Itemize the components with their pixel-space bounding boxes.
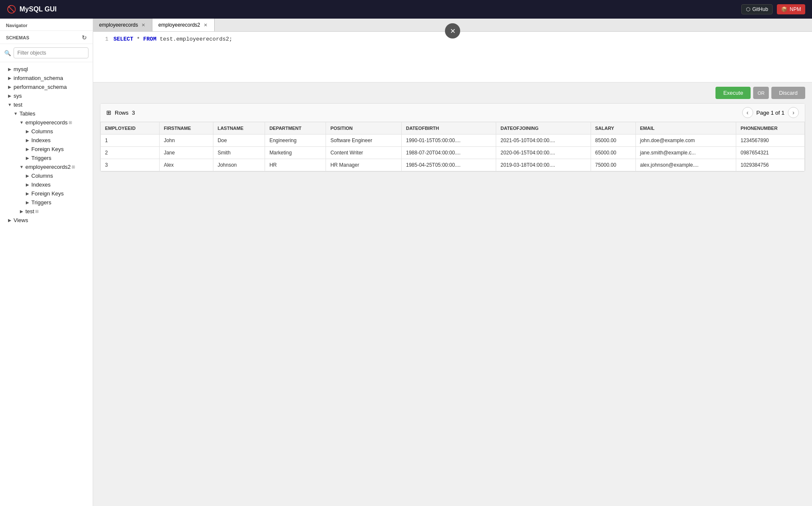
emp2-triggers[interactable]: ▶ Triggers — [0, 198, 93, 207]
npm-icon: 📦 — [781, 6, 787, 12]
schema-item-sys[interactable]: ▶ sys — [0, 91, 93, 100]
sql-content[interactable]: SELECT * FROM test.employeerecords2; — [113, 36, 232, 42]
schema-label-mysql: mysql — [14, 66, 28, 72]
cell-r1-c5: 1988-07-20T04:00:00.... — [401, 147, 496, 159]
emp2-columns[interactable]: ▶ Columns — [0, 171, 93, 180]
arrow-emp1-idx: ▶ — [24, 138, 31, 143]
arrow-tables: ▼ — [12, 111, 19, 116]
col-dateofjoining: DATEOFJOINING — [496, 122, 591, 135]
navigator-label: Navigator — [6, 23, 28, 28]
label-emp2-foreignkeys: Foreign Keys — [31, 190, 64, 197]
sql-keyword-from: FROM — [143, 36, 156, 42]
emp1-foreignkeys[interactable]: ▶ Foreign Keys — [0, 145, 93, 154]
views-group[interactable]: ▶ Views — [0, 216, 93, 225]
execute-button[interactable]: Execute — [715, 87, 751, 99]
page-label: Page 1 of 1 — [757, 110, 785, 116]
emp1-triggers[interactable]: ▶ Triggers — [0, 154, 93, 162]
pagination: ‹ Page 1 of 1 › — [742, 107, 799, 118]
col-position: POSITION — [326, 122, 402, 135]
arrow-views: ▶ — [6, 218, 14, 223]
cell-r0-c4: Software Engineer — [326, 135, 402, 147]
rows-count: 3 — [132, 110, 135, 116]
cell-r0-c0: 1 — [101, 135, 160, 147]
app-icon: 🚫 — [7, 5, 16, 14]
cell-r2-c6: 2019-03-18T04:00:00.... — [496, 159, 591, 171]
table-label-emp2: employeerecords2 — [25, 164, 71, 170]
label-emp2-indexes: Indexes — [31, 182, 51, 188]
next-page-button[interactable]: › — [788, 107, 799, 118]
cell-r0-c3: Engineering — [265, 135, 326, 147]
results-area: ⊞ Rows 3 ‹ Page 1 of 1 › EMPLOYEEID F — [93, 103, 812, 506]
sql-table-name: test.employeerecords2; — [160, 36, 232, 42]
arrow-mysql: ▶ — [6, 67, 14, 72]
tab-label-emp2: employeerecords2 — [158, 22, 200, 28]
close-editor-button[interactable]: ✕ — [445, 23, 460, 38]
emp2-foreignkeys[interactable]: ▶ Foreign Keys — [0, 189, 93, 198]
discard-button[interactable]: Discard — [771, 87, 805, 99]
table-icon-emp2: ⊞ — [72, 165, 75, 169]
prev-page-button[interactable]: ‹ — [742, 107, 753, 118]
emp2-indexes[interactable]: ▶ Indexes — [0, 180, 93, 189]
col-salary: SALARY — [591, 122, 635, 135]
schema-label-sys: sys — [14, 93, 22, 99]
label-emp1-foreignkeys: Foreign Keys — [31, 146, 64, 152]
table-row: 2JaneSmithMarketingContent Writer1988-07… — [101, 147, 805, 159]
github-badge[interactable]: ⬡ GitHub — [741, 4, 773, 14]
arrow-test-leaf: ▶ — [18, 209, 25, 214]
emp1-indexes[interactable]: ▶ Indexes — [0, 136, 93, 145]
arrow-emp2-tr: ▶ — [24, 200, 31, 205]
search-input[interactable] — [14, 47, 88, 58]
label-test-leaf: test — [25, 208, 34, 214]
refresh-icon[interactable]: ↻ — [82, 34, 87, 41]
test-leaf[interactable]: ▶ test ⊞ — [0, 207, 93, 216]
search-icon: 🔍 — [4, 50, 11, 56]
table-row: 3AlexJohnsonHRHR Manager1985-04-25T05:00… — [101, 159, 805, 171]
schemas-header: SCHEMAS ↻ — [0, 31, 93, 44]
cell-r0-c9: 1234567890 — [736, 135, 805, 147]
cell-r1-c1: Jane — [159, 147, 213, 159]
arrow-emp2-fk: ▶ — [24, 191, 31, 196]
schema-item-information[interactable]: ▶ information_schema — [0, 74, 93, 82]
cell-r1-c4: Content Writer — [326, 147, 402, 159]
schema-item-test[interactable]: ▼ test — [0, 100, 93, 109]
col-email: EMAIL — [635, 122, 736, 135]
cell-r1-c3: Marketing — [265, 147, 326, 159]
tab-close-emp1[interactable]: ✕ — [141, 22, 146, 28]
schema-item-performance[interactable]: ▶ performance_schema — [0, 82, 93, 91]
npm-badge[interactable]: 📦 NPM — [777, 4, 805, 14]
test-leaf-icon: ⊞ — [35, 209, 39, 214]
cell-r2-c5: 1985-04-25T05:00:00.... — [401, 159, 496, 171]
github-icon: ⬡ — [746, 6, 750, 12]
action-bar: Execute OR Discard — [93, 82, 812, 103]
cell-r2-c3: HR — [265, 159, 326, 171]
sql-star: * — [137, 36, 144, 42]
cell-r2-c1: Alex — [159, 159, 213, 171]
schema-item-mysql[interactable]: ▶ mysql — [0, 65, 93, 74]
main-layout: Navigator SCHEMAS ↻ 🔍 ▶ mysql ▶ informat… — [0, 19, 812, 506]
schema-label-performance: performance_schema — [14, 84, 67, 90]
table-employeerecords[interactable]: ▼ employeerecords ⊞ — [0, 118, 93, 127]
tables-group[interactable]: ▼ Tables — [0, 109, 93, 118]
sql-keyword-select: SELECT — [113, 36, 133, 42]
npm-label: NPM — [790, 6, 801, 12]
cell-r2-c8: alex.johnson@example.... — [635, 159, 736, 171]
cell-r0-c5: 1990-01-15T05:00:00.... — [401, 135, 496, 147]
cell-r1-c6: 2020-06-15T04:00:00.... — [496, 147, 591, 159]
arrow-emp1-tr: ▶ — [24, 156, 31, 160]
emp1-columns[interactable]: ▶ Columns — [0, 127, 93, 136]
tab-employeerecords2[interactable]: employeerecords2 ✕ — [152, 19, 215, 31]
label-emp2-columns: Columns — [31, 173, 53, 179]
table-header-row: EMPLOYEEID FIRSTNAME LASTNAME DEPARTMENT… — [101, 122, 805, 135]
search-area: 🔍 — [0, 44, 93, 62]
cell-r1-c9: 0987654321 — [736, 147, 805, 159]
table-employeerecords2[interactable]: ▼ employeerecords2 ⊞ — [0, 162, 93, 171]
col-firstname: FIRSTNAME — [159, 122, 213, 135]
cell-r2-c2: Johnson — [213, 159, 265, 171]
tab-employeerecords[interactable]: employeerecords ✕ — [93, 19, 152, 31]
tab-close-emp2[interactable]: ✕ — [203, 22, 208, 28]
cell-r2-c0: 3 — [101, 159, 160, 171]
tables-label: Tables — [19, 110, 36, 117]
schemas-label: SCHEMAS — [6, 35, 29, 40]
results-tbody: 1JohnDoeEngineeringSoftware Engineer1990… — [101, 135, 805, 171]
arrow-emp1: ▼ — [18, 120, 25, 125]
